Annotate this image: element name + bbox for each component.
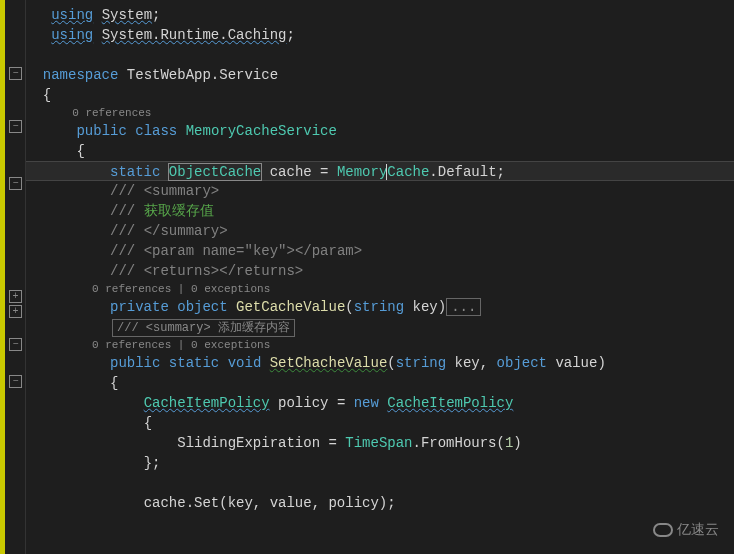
keyword: private — [110, 299, 169, 315]
keyword: public — [76, 123, 126, 139]
fold-minus-icon[interactable]: − — [9, 375, 22, 388]
collapsed-region-icon[interactable]: ... — [446, 298, 481, 316]
text-cursor — [386, 164, 387, 180]
fold-plus-icon[interactable]: + — [9, 290, 22, 303]
keyword: static — [110, 164, 160, 180]
method-name: GetCacheValue — [236, 299, 345, 315]
keyword: using — [51, 27, 93, 43]
fold-plus-icon[interactable]: + — [9, 305, 22, 318]
keyword: string — [396, 355, 446, 371]
method-name: SetChacheValue — [270, 355, 388, 371]
codelens-references[interactable]: 0 references | 0 exceptions — [92, 283, 270, 295]
keyword: using — [51, 7, 93, 23]
fold-gutter: − − − + + − − — [6, 0, 26, 554]
current-line[interactable]: static ObjectCache cache = MemoryCache.D… — [26, 161, 734, 181]
type-ref: CacheItemPolicy — [387, 395, 513, 411]
parameter: value — [555, 355, 597, 371]
keyword: namespace — [43, 67, 119, 83]
variable: cache — [270, 164, 312, 180]
xml-comment: /// — [110, 243, 135, 259]
type-ref: ObjectCache — [169, 164, 261, 180]
fold-minus-icon[interactable]: − — [9, 177, 22, 190]
fold-minus-icon[interactable]: − — [9, 67, 22, 80]
keyword: new — [354, 395, 379, 411]
namespace-ref: System — [102, 7, 152, 23]
namespace-name: TestWebApp.Service — [127, 67, 278, 83]
parameter: key — [455, 355, 480, 371]
keyword: void — [228, 355, 262, 371]
statement: cache.Set(key, value, policy); — [144, 495, 396, 511]
xml-comment: /// — [110, 263, 135, 279]
keyword: static — [169, 355, 219, 371]
cloud-icon — [653, 523, 673, 537]
xml-comment: /// <summary> — [110, 183, 219, 199]
xml-comment: /// — [110, 203, 135, 219]
namespace-ref: System.Runtime.Caching — [102, 27, 287, 43]
comment-text: 获取缓存值 — [144, 203, 214, 219]
keyword: class — [135, 123, 177, 139]
parameter: key — [413, 299, 438, 315]
type-ref: MemoryCache — [337, 164, 429, 180]
code-editor[interactable]: − − − + + − − using System; using System… — [0, 0, 734, 554]
codelens-references[interactable]: 0 references — [72, 107, 151, 119]
xml-comment: /// </summary> — [110, 223, 228, 239]
watermark: 亿速云 — [653, 521, 719, 539]
type-ref: TimeSpan — [345, 435, 412, 451]
collapsed-summary[interactable]: /// <summary> 添加缓存内容 — [112, 319, 295, 337]
keyword: public — [110, 355, 160, 371]
code-content[interactable]: using System; using System.Runtime.Cachi… — [26, 0, 734, 554]
codelens-references[interactable]: 0 references | 0 exceptions — [92, 339, 270, 351]
keyword: object — [497, 355, 547, 371]
keyword: string — [354, 299, 404, 315]
variable: policy — [278, 395, 328, 411]
property: SlidingExpiration — [177, 435, 320, 451]
fold-minus-icon[interactable]: − — [9, 338, 22, 351]
type-ref: CacheItemPolicy — [144, 395, 270, 411]
class-name: MemoryCacheService — [186, 123, 337, 139]
fold-minus-icon[interactable]: − — [9, 120, 22, 133]
keyword: object — [177, 299, 227, 315]
